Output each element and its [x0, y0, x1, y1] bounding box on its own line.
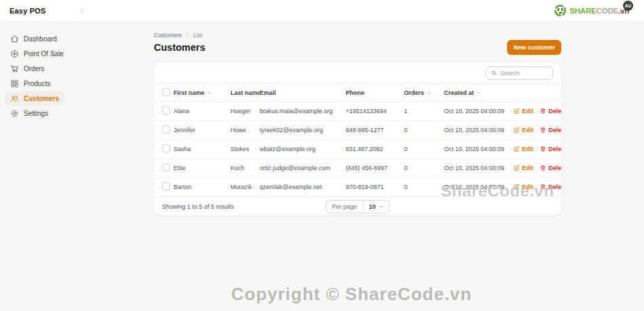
column-header-created-at[interactable]: Created at — [444, 84, 513, 102]
column-header-email: Email — [260, 84, 346, 102]
column-header-actions — [513, 84, 561, 102]
pencil-icon — [513, 165, 520, 171]
cell-orders: 0 — [404, 121, 444, 140]
select-all-checkbox[interactable] — [162, 88, 170, 96]
cell-orders: 0 — [404, 178, 444, 196]
pencil-icon — [513, 146, 520, 152]
column-header-orders[interactable]: Orders — [404, 84, 444, 102]
cell-last-name: Murazik — [230, 178, 260, 196]
pencil-icon — [513, 127, 520, 133]
sort-chevron-icon — [207, 90, 212, 96]
delete-button[interactable]: Delete — [540, 184, 561, 190]
sidebar-item-label: Settings — [24, 110, 48, 117]
cell-last-name: Hoeger — [230, 102, 260, 121]
cell-phone: +19514133694 — [346, 102, 404, 121]
delete-button[interactable]: Delete — [540, 165, 561, 171]
cell-phone: 848-985-1277 — [346, 121, 404, 140]
cell-created-at: Oct 10, 2025 04:00:09 — [444, 178, 513, 196]
trash-icon — [540, 184, 546, 190]
sidebar-item-dashboard[interactable]: Dashboard — [5, 32, 62, 46]
per-page-label: Per page — [326, 203, 363, 210]
sidebar-item-label: Point Of Sale — [24, 50, 64, 58]
row-checkbox[interactable] — [162, 163, 170, 171]
search-input[interactable] — [500, 70, 548, 77]
search-icon — [491, 70, 497, 76]
trash-icon — [540, 146, 546, 152]
sidebar-item-customers[interactable]: Customers — [5, 91, 64, 106]
sidebar-item-label: Orders — [24, 65, 45, 72]
breadcrumb-customers[interactable]: Customers — [154, 32, 182, 39]
row-checkbox[interactable] — [162, 125, 170, 133]
chevron-left-icon — [79, 7, 85, 14]
row-checkbox[interactable] — [162, 182, 170, 190]
cell-first-name: Ettie — [174, 159, 230, 178]
cell-email: brakus.maia@example.org — [260, 102, 346, 121]
edit-button[interactable]: Edit — [513, 108, 534, 115]
main-content: Customers List Customers New customer — [154, 22, 561, 53]
sort-chevron-icon — [476, 90, 481, 96]
column-header-phone: Phone — [346, 84, 404, 102]
cell-first-name: Barton — [174, 178, 230, 196]
sidebar-item-settings[interactable]: Settings — [5, 106, 54, 121]
topbar: Easy POS SHARECODE.vn AU — [0, 0, 644, 22]
home-icon — [10, 35, 19, 43]
table-row: Alana Hoeger brakus.maia@example.org +19… — [154, 102, 561, 121]
sharecode-logo-text: SHARECODE.vn AU — [569, 7, 629, 15]
cell-first-name: Alana — [174, 102, 230, 121]
squares-grid-icon — [10, 79, 19, 88]
sharecode-logo: SHARECODE.vn AU — [553, 3, 635, 18]
cell-first-name: Jennifer — [174, 121, 230, 140]
table-header-row: First name Last name Email Phone Orders … — [154, 84, 561, 102]
cell-last-name: Koch — [230, 159, 260, 178]
pencil-icon — [513, 108, 520, 115]
sidebar-item-label: Customers — [24, 95, 59, 102]
column-header-last-name: Last name — [230, 84, 260, 102]
cell-email: qzemlak@example.net — [260, 178, 346, 196]
delete-button[interactable]: Delete — [540, 108, 561, 115]
chevron-down-icon — [378, 204, 384, 209]
cell-created-at: Oct 10, 2025 04:00:09 — [444, 159, 513, 178]
row-checkbox[interactable] — [162, 106, 170, 115]
watermark-copyright: Copyright © ShareCode.vn — [231, 284, 472, 305]
edit-button[interactable]: Edit — [513, 184, 534, 190]
cell-last-name: Howe — [230, 121, 260, 140]
search-box — [485, 66, 553, 80]
breadcrumb-list: List — [193, 32, 202, 39]
sidebar-item-orders[interactable]: Orders — [5, 62, 50, 76]
customers-table-card: First name Last name Email Phone Orders … — [154, 62, 561, 215]
column-header-first-name[interactable]: First name — [174, 84, 230, 102]
cell-first-name: Sasha — [174, 140, 230, 159]
sidebar-item-label: Products — [24, 80, 50, 87]
cell-orders: 0 — [404, 140, 444, 159]
delete-button[interactable]: Delete — [540, 146, 561, 152]
shopping-cart-icon — [10, 64, 19, 73]
edit-button[interactable]: Edit — [513, 165, 534, 171]
logo-share-text: SHARE — [569, 7, 596, 15]
chevron-right-icon — [185, 33, 190, 38]
sidebar-item-products[interactable]: Products — [5, 77, 56, 91]
sort-chevron-icon — [426, 90, 432, 96]
cell-created-at: Oct 10, 2025 04:00:09 — [444, 102, 513, 121]
cog-icon — [10, 109, 19, 118]
cell-phone: 831.487.2082 — [346, 140, 404, 159]
row-checkbox[interactable] — [162, 144, 170, 152]
customers-table: First name Last name Email Phone Orders … — [154, 84, 561, 197]
trash-icon — [540, 108, 546, 115]
logo-code-text: CODE — [597, 7, 618, 15]
table-footer: Showing 1 to 5 of 5 results Per page 10 — [154, 197, 561, 216]
sidebar-collapse-button[interactable] — [79, 7, 85, 14]
table-row: Sasha Stokes wbatz@example.org 831.487.2… — [154, 140, 561, 159]
edit-button[interactable]: Edit — [513, 146, 534, 152]
edit-button[interactable]: Edit — [513, 127, 534, 133]
cell-email: ortiz.judge@example.com — [260, 159, 346, 178]
per-page-select[interactable]: 10 — [363, 203, 389, 210]
new-customer-button[interactable]: New customer — [507, 40, 561, 55]
per-page-control: Per page 10 — [325, 200, 390, 213]
results-summary: Showing 1 to 5 of 5 results — [162, 203, 234, 210]
sidebar-item-point-of-sale[interactable]: Point Of Sale — [5, 47, 69, 61]
cell-email: tyreek02@example.org — [260, 121, 346, 140]
logo-au-badge: AU — [623, 1, 633, 11]
plus-circle-icon — [10, 49, 19, 58]
table-row: Jennifer Howe tyreek02@example.org 848-9… — [154, 121, 561, 140]
delete-button[interactable]: Delete — [540, 127, 561, 133]
